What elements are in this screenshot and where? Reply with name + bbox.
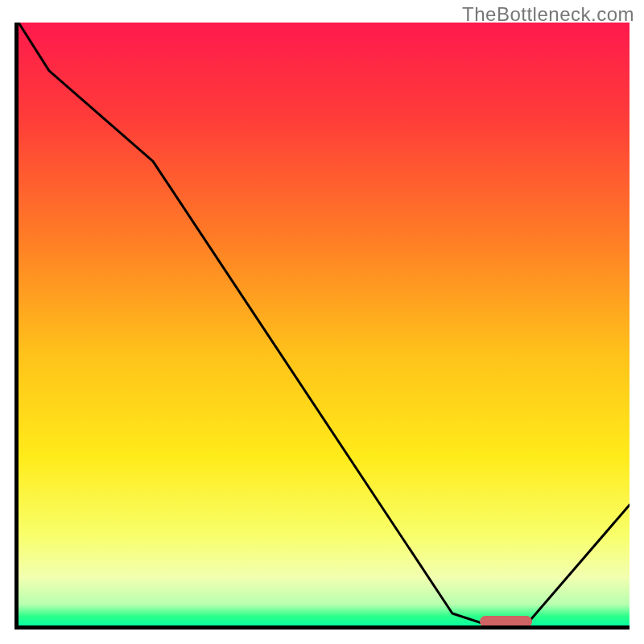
bottleneck-curve <box>19 23 630 625</box>
plot-area <box>14 23 630 630</box>
chart-frame: TheBottleneck.com <box>0 0 644 644</box>
optimal-range-marker <box>480 616 532 627</box>
watermark-text: TheBottleneck.com <box>462 3 634 26</box>
